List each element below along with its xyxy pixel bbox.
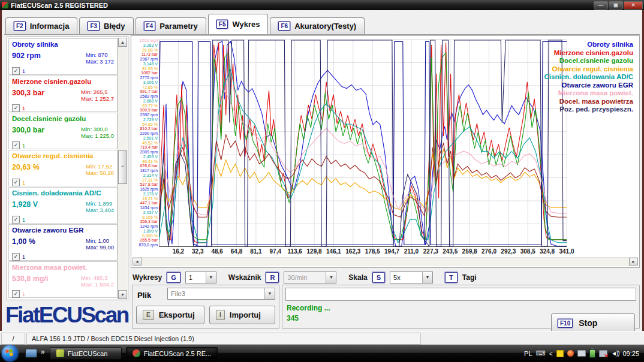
recording-count: 345: [287, 314, 299, 322]
legend-entry: Docel. masa powietrza: [544, 98, 633, 106]
g-key-button[interactable]: G: [167, 272, 180, 283]
y-axis-tick: 81,93 %: [133, 67, 158, 71]
export-button[interactable]: E Eksportuj: [136, 306, 204, 324]
keyboard-icon[interactable]: ⌨: [536, 349, 546, 357]
volume-icon[interactable]: ◄)): [611, 350, 619, 357]
system-tray: PL ⌨ < ◄)) 09:25: [524, 349, 644, 358]
wykresy-label: Wykresy: [133, 273, 162, 282]
app-icon: [2, 2, 8, 8]
x-axis-tick: 162,3: [345, 248, 360, 255]
parameter-cards: Obroty silnika902 rpmMin: 870Max: 3 172✓…: [8, 38, 118, 298]
sidebar-scrollbar[interactable]: ▲ ▼: [118, 38, 127, 299]
x-axis-tick: 81,1: [250, 248, 261, 255]
file-select[interactable]: File3 ▼: [167, 288, 275, 300]
taskbar-button-fiatecuscan-25[interactable]: FiatECUScan 2.5 RE...: [126, 347, 218, 360]
record-panel: Recording ... 345 F10 Stop: [282, 285, 640, 329]
maximize-button[interactable]: ▣: [609, 1, 623, 10]
file-panel: Plik File3 ▼ E Eksportuj I Importuj: [132, 285, 279, 329]
x-axis-tick: 97,4: [270, 248, 281, 255]
tray-clock[interactable]: 09:25: [622, 350, 639, 357]
y-axis-tick: 1,899 V: [133, 229, 158, 233]
tray-collapse-chevron[interactable]: <: [549, 350, 552, 357]
parameter-value: 1,928 V: [12, 200, 38, 213]
plot-area[interactable]: [159, 40, 567, 247]
chevron-down-icon[interactable]: ▼: [422, 272, 432, 283]
channel-checkbox[interactable]: ✓: [12, 67, 20, 75]
scroll-left-icon[interactable]: ◄: [133, 258, 142, 266]
battery-icon[interactable]: [589, 349, 595, 358]
chart-panel[interactable]: 1213 mg/l3,283 V91,08 %1173 bar2967 rpm3…: [131, 35, 640, 268]
i-key-badge: I: [216, 310, 225, 320]
x-axis-tick: 341,0: [559, 248, 574, 255]
checkbox-label: 1: [22, 254, 25, 260]
x-axis-tick: 243,5: [443, 248, 458, 255]
checkbox-label: 1: [22, 143, 25, 149]
wykresy-select[interactable]: 1 ▼: [185, 272, 216, 283]
parameter-minmax: Min: 265,5Max: 1 252,7: [81, 89, 114, 102]
y-axis-tick: 2,453 V: [133, 155, 158, 159]
quicklaunch-chevron[interactable]: »: [41, 348, 45, 356]
window-title: FiatECUScan 2.5 REGISTERED: [11, 2, 108, 9]
tray-app-icon-orange[interactable]: [567, 350, 574, 357]
y-axis-tick: 1625 rpm: [133, 187, 158, 191]
chart-canvas[interactable]: [159, 40, 567, 247]
tab-błędy[interactable]: F3Błędy: [79, 17, 133, 34]
taskbar-button-fiatecuscan[interactable]: FiatECUScan: [50, 347, 122, 360]
parameter-name: Otwarcie zaworu EGR: [12, 227, 114, 234]
series-docel-masa-powietrza: [159, 135, 567, 218]
channel-checkbox[interactable]: ✓: [12, 216, 20, 224]
wskaznik-select[interactable]: 30/min ▼: [284, 272, 336, 283]
x-axis-tick: 48,6: [211, 248, 222, 255]
x-axis-tick: 308,5: [520, 248, 535, 255]
tag-input[interactable]: [285, 288, 636, 301]
display-icon[interactable]: [577, 350, 586, 357]
network-disconnected-icon[interactable]: [599, 350, 607, 357]
channel-checkbox[interactable]: ✓: [12, 253, 20, 261]
tab-informacja[interactable]: F2Informacja: [5, 17, 77, 34]
x-axis-tick: 292,3: [501, 248, 516, 255]
y-axis-tick: 1817 rpm: [133, 168, 158, 173]
s-key-button[interactable]: S: [372, 272, 385, 283]
import-button[interactable]: I Importuj: [209, 306, 275, 324]
x-axis-tick: 129,8: [307, 248, 322, 255]
channel-checkbox[interactable]: ✓: [12, 104, 20, 112]
channel-checkbox[interactable]: ✓: [12, 290, 20, 298]
skala-select[interactable]: 5x ▼: [390, 272, 433, 283]
tab-akuratory-testy-[interactable]: F6Akuratory(Testy): [270, 17, 365, 34]
close-button[interactable]: ✕: [624, 1, 643, 10]
chevron-down-icon[interactable]: ▼: [264, 288, 275, 299]
x-axis-tick: 178,5: [365, 248, 380, 255]
stop-button[interactable]: F10 Stop: [551, 313, 635, 333]
parameter-card: Cisnien. doladowania AD/C1,928 VMin: 1,8…: [8, 187, 118, 224]
channel-checkbox[interactable]: ✓: [12, 141, 20, 149]
tray-app-icon-yellow[interactable]: [556, 350, 564, 357]
scrollbar-thumb[interactable]: [118, 150, 127, 184]
chart-scrollbar[interactable]: ◄ ►: [133, 257, 638, 266]
x-axis-tick: 211,0: [404, 248, 419, 255]
parameter-card: Mierzone cisnien.gazolu300,3 barMin: 265…: [8, 76, 118, 112]
scroll-right-icon[interactable]: ►: [629, 258, 638, 266]
channel-checkbox[interactable]: ✓: [12, 179, 20, 186]
show-desktop-icon[interactable]: [25, 349, 37, 358]
y-axis-tick: 72,85 %: [133, 85, 158, 89]
start-button[interactable]: [2, 345, 18, 361]
scroll-down-icon[interactable]: ▼: [118, 290, 127, 299]
legend-entry: Obroty silnika: [544, 41, 633, 49]
language-indicator[interactable]: PL: [524, 350, 532, 357]
t-key-button[interactable]: T: [445, 272, 458, 283]
taskbar: » FiatECUScan FiatECUScan 2.5 RE... PL ⌨…: [0, 345, 644, 362]
parameter-name: Cisnien. doladowania AD/C: [12, 189, 114, 197]
x-axis-tick: 324,8: [540, 248, 555, 255]
tab-wykres[interactable]: F5Wykres: [208, 14, 269, 34]
parameter-minmax: Min: 17,52Max: 50,28: [86, 163, 114, 176]
y-axis-labels: 1213 mg/l3,283 V91,08 %1173 bar2967 rpm3…: [133, 38, 158, 247]
chevron-down-icon[interactable]: ▼: [326, 272, 336, 283]
chevron-down-icon[interactable]: ▼: [206, 272, 216, 283]
fkey-badge: F4: [144, 22, 156, 31]
scroll-up-icon[interactable]: ▲: [118, 38, 127, 47]
minimize-button[interactable]: —: [594, 1, 608, 10]
r-key-button[interactable]: R: [266, 272, 279, 283]
y-axis-tick: 265,5 bar: [133, 238, 158, 242]
x-axis-tick: 32,3: [192, 248, 203, 255]
tab-parametry[interactable]: F4Parametry: [136, 17, 206, 34]
